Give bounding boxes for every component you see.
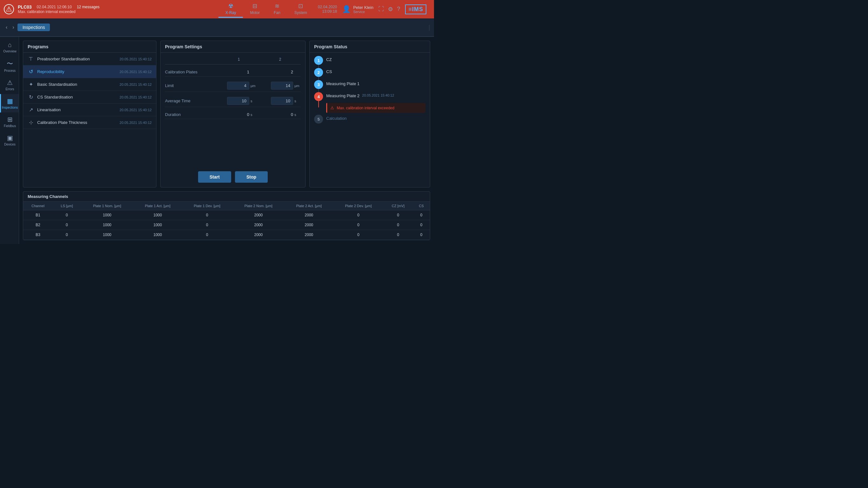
status-panel: Program Status 1 CZ 2: [309, 41, 430, 188]
col-header-channel: Channel: [23, 202, 53, 210]
user-avatar-icon: 👤: [342, 5, 351, 13]
program-item-5[interactable]: ⊹ Calibration Plate Thickness 20.05.2021…: [23, 116, 156, 129]
settings-row-duration: Duration 0 s 0 s: [165, 110, 301, 119]
program-icon-4: ↗: [28, 107, 34, 113]
settings-col1-header: 1: [218, 57, 259, 62]
top-right: 02.04.2020 13:09:18 👤 Peter Klein Servic…: [318, 4, 430, 14]
alert-message: Max. calibration interval exceeded: [18, 9, 215, 14]
sidebar-item-errors[interactable]: ⚠ Errors: [0, 76, 19, 94]
settings-header-row: 1 2: [165, 57, 301, 65]
avgtime-unit1: s: [251, 99, 257, 103]
program-item-4[interactable]: ↗ Linearisation 20.05.2021 15:40:12: [23, 104, 156, 116]
duration-unit1: s: [251, 113, 257, 117]
duration-val1: 0: [227, 112, 249, 117]
program-icon-5: ⊹: [28, 120, 34, 126]
cal-val1: 1: [227, 70, 249, 74]
col-header-ls: LS [μm]: [53, 202, 81, 210]
step-circle-2: 2: [314, 68, 323, 77]
program-list: ⊤ Preabsorber Standardisation 20.05.2021…: [23, 53, 156, 187]
cell-0-6: 2000: [285, 210, 333, 220]
status-step-5: 5 Calculation: [314, 115, 426, 124]
stop-button[interactable]: Stop: [235, 171, 268, 183]
settings-grid: 1 2 Calibration Plates 1 2: [161, 53, 305, 167]
cell-0-5: 2000: [232, 210, 285, 220]
error-message: Max. calibration interval exceeded: [337, 106, 394, 110]
cell-2-3: 1000: [133, 230, 182, 240]
program-time-1: 20.05.2021 15:40:12: [120, 70, 152, 74]
help-icon[interactable]: ?: [397, 6, 400, 13]
cell-0-4: 0: [182, 210, 232, 220]
sidebar-item-inspections[interactable]: ▦ Inspections: [0, 94, 19, 112]
status-title: Program Status: [310, 41, 430, 53]
cell-1-6: 2000: [285, 220, 333, 230]
program-name-3: CS Standardisation: [37, 95, 116, 99]
cell-0-2: 1000: [81, 210, 133, 220]
content-area: Programs ⊤ Preabsorber Standardisation 2…: [19, 37, 434, 244]
limit-input2[interactable]: [271, 82, 293, 90]
top-icons: ⛶ ⚙ ?: [378, 6, 400, 13]
step-label-3: Measuring Plate 1: [326, 80, 426, 86]
avgtime-input1[interactable]: [227, 97, 249, 105]
tab-fan[interactable]: ≋ Fan: [267, 1, 287, 18]
step-label-5: Calculation: [326, 115, 426, 121]
avgtime-input2[interactable]: [271, 97, 293, 105]
cell-0-8: 0: [383, 210, 413, 220]
cell-2-5: 2000: [232, 230, 285, 240]
cell-1-7: 0: [333, 220, 383, 230]
system-icon: ⊡: [298, 3, 303, 9]
program-item-0[interactable]: ⊤ Preabsorber Standardisation 20.05.2021…: [23, 53, 156, 65]
cell-1-8: 0: [383, 220, 413, 230]
sidebar-item-fieldbus[interactable]: ⊞ Fieldbus: [0, 112, 19, 131]
sidebar-item-devices[interactable]: ▣ Devices: [0, 131, 19, 149]
status-step-1: 1 CZ: [314, 56, 426, 68]
program-item-3[interactable]: ↻ CS Standardisation 20.05.2021 15:40:12: [23, 91, 156, 104]
user-info: 👤 Peter Klein Service: [342, 5, 374, 14]
fan-icon: ≋: [275, 3, 279, 9]
tab-system[interactable]: ⊡ System: [287, 1, 314, 18]
inspections-icon: ▦: [7, 97, 13, 105]
col-header-cs: CS: [413, 202, 430, 210]
sidebar: ⌂ Overview 〜 Process ⚠ Errors ▦ Inspecti…: [0, 37, 19, 244]
sidebar-item-overview[interactable]: ⌂ Overview: [0, 38, 19, 56]
cell-0-1: 0: [53, 210, 81, 220]
limit-input1[interactable]: [227, 82, 249, 90]
settings-panel: Program Settings 1 2 Calibration Plates …: [160, 41, 306, 188]
alert-plc: PLC03: [18, 4, 32, 9]
program-time-0: 20.05.2021 15:40:12: [120, 57, 152, 61]
forward-button[interactable]: ›: [10, 23, 16, 31]
cal-val2: 2: [271, 70, 293, 74]
col-header-p2act: Plate 2 Act. [μm]: [285, 202, 333, 210]
right-edge-icon: |: [429, 24, 430, 31]
step-circle-5: 5: [314, 115, 323, 124]
datetime-display: 02.04.2020 13:09:18: [318, 5, 337, 14]
settings-col2-header: 2: [259, 57, 301, 62]
settings-row-avgtime: Average Time s s: [165, 95, 301, 107]
program-item-1[interactable]: ↺ Reproducibility 20.05.2021 15:40:12: [23, 65, 156, 78]
settings-row-calibration: Calibration Plates 1 2: [165, 68, 301, 76]
settings-icon[interactable]: ⚙: [388, 6, 393, 13]
devices-icon: ▣: [7, 134, 13, 142]
step-label-4: Measuring Plate 2: [326, 92, 360, 98]
program-icon-0: ⊤: [28, 56, 34, 62]
process-icon: 〜: [7, 59, 13, 68]
col-header-p1act: Plate 1 Act. [μm]: [133, 202, 182, 210]
cell-2-4: 0: [182, 230, 232, 240]
settings-title: Program Settings: [161, 41, 305, 53]
cell-2-8: 0: [383, 230, 413, 240]
alert-bar: ⚠ PLC03 02.04.2021 12:06:10 12 messages …: [0, 0, 434, 19]
step-label-2: CS: [326, 68, 426, 74]
cell-0-9: 0: [413, 210, 430, 220]
tab-xray[interactable]: ☢ X-Ray: [218, 1, 243, 18]
overview-icon: ⌂: [8, 41, 12, 48]
cell-2-6: 2000: [285, 230, 333, 240]
program-icon-3: ↻: [28, 94, 34, 100]
cell-1-3: 1000: [133, 220, 182, 230]
program-item-2[interactable]: ✦ Basic Standardisation 20.05.2021 15:40…: [23, 78, 156, 91]
back-button[interactable]: ‹: [4, 23, 9, 31]
sidebar-item-process[interactable]: 〜 Process: [0, 56, 19, 76]
fullscreen-icon[interactable]: ⛶: [378, 6, 384, 13]
start-button[interactable]: Start: [198, 171, 231, 183]
cell-1-4: 0: [182, 220, 232, 230]
motor-icon: ⊟: [252, 3, 257, 9]
tab-motor[interactable]: ⊟ Motor: [243, 1, 267, 18]
